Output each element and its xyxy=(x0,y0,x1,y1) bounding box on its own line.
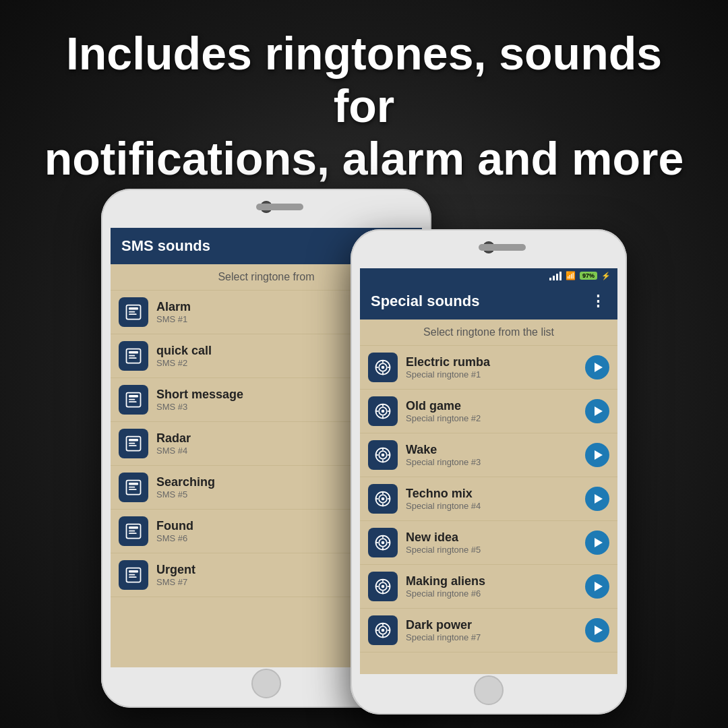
svg-rect-25 xyxy=(129,570,138,573)
svg-point-58 xyxy=(382,541,385,545)
play-button[interactable] xyxy=(585,574,609,599)
svg-point-72 xyxy=(382,629,385,632)
item-subtitle: Special ringtone #2 xyxy=(406,413,577,423)
svg-rect-19 xyxy=(129,489,137,490)
list-item[interactable]: Dark power Special ringtone #7 xyxy=(360,609,617,653)
svg-rect-21 xyxy=(129,526,138,529)
item-title: Old game xyxy=(406,399,577,413)
item-title: Electric rumba xyxy=(406,355,577,369)
item-text: Old game Special ringtone #2 xyxy=(406,399,577,423)
svg-rect-23 xyxy=(129,533,137,534)
wifi-icon: 📶 xyxy=(566,271,576,280)
menu-dots-icon[interactable]: ⋮ xyxy=(590,293,607,310)
item-title: New idea xyxy=(406,530,577,545)
right-phone-speaker xyxy=(479,244,526,251)
list-item[interactable]: Wake Special ringtone #3 xyxy=(360,433,617,477)
svg-rect-18 xyxy=(129,487,135,488)
list-item[interactable]: Electric rumba Special ringtone #1 xyxy=(360,346,617,390)
svg-rect-26 xyxy=(129,574,135,576)
item-subtitle: Special ringtone #4 xyxy=(406,501,577,511)
item-icon xyxy=(368,572,398,601)
item-text: Electric rumba Special ringtone #1 xyxy=(406,355,577,380)
item-text: Techno mix Special ringtone #4 xyxy=(406,487,577,511)
item-subtitle: Special ringtone #1 xyxy=(406,369,577,380)
svg-rect-3 xyxy=(129,313,137,315)
svg-point-65 xyxy=(382,585,385,588)
play-button[interactable] xyxy=(585,355,609,380)
play-button[interactable] xyxy=(585,530,609,555)
svg-rect-10 xyxy=(129,399,135,400)
item-title: Wake xyxy=(406,443,577,457)
item-icon xyxy=(119,473,148,502)
phones-container: SMS sounds Select ringtone from Alarm SM… xyxy=(101,155,627,715)
item-icon xyxy=(119,297,148,327)
item-subtitle: Special ringtone #6 xyxy=(406,588,577,599)
svg-rect-17 xyxy=(129,483,138,485)
item-icon xyxy=(368,440,398,470)
svg-rect-13 xyxy=(129,439,138,442)
item-subtitle: Special ringtone #5 xyxy=(406,545,577,555)
item-title: Making aliens xyxy=(406,574,577,588)
svg-point-37 xyxy=(382,410,385,413)
play-button[interactable] xyxy=(585,618,609,642)
item-icon xyxy=(368,615,398,645)
svg-rect-9 xyxy=(129,395,138,398)
item-icon xyxy=(119,341,148,371)
list-item[interactable]: Techno mix Special ringtone #4 xyxy=(360,477,617,521)
list-item[interactable]: Old game Special ringtone #2 xyxy=(360,390,617,433)
item-icon xyxy=(119,385,148,415)
item-icon xyxy=(368,396,398,426)
battery-indicator: 97% xyxy=(580,272,597,280)
play-button[interactable] xyxy=(585,399,609,423)
special-app-title: Special sounds xyxy=(371,293,479,310)
svg-rect-15 xyxy=(129,445,137,446)
svg-rect-1 xyxy=(129,307,138,310)
svg-rect-11 xyxy=(129,401,137,402)
svg-rect-2 xyxy=(129,311,135,313)
item-text: Wake Special ringtone #3 xyxy=(406,443,577,467)
item-subtitle: Special ringtone #7 xyxy=(406,632,577,642)
left-phone-home-button[interactable] xyxy=(251,669,281,698)
item-icon xyxy=(368,484,398,514)
svg-point-30 xyxy=(382,366,385,369)
svg-rect-6 xyxy=(129,355,135,357)
item-text: New idea Special ringtone #5 xyxy=(406,530,577,555)
svg-point-44 xyxy=(382,454,385,457)
right-phone-screen: 📶 97% ⚡ Special sounds ⋮ Select ringtone… xyxy=(360,268,617,674)
item-title: Techno mix xyxy=(406,487,577,501)
signal-bars-icon xyxy=(549,271,562,280)
svg-rect-14 xyxy=(129,443,135,444)
item-subtitle: Special ringtone #3 xyxy=(406,457,577,467)
item-icon xyxy=(119,429,148,458)
item-icon xyxy=(119,516,148,546)
special-app-header: Special sounds ⋮ xyxy=(360,283,617,320)
left-phone-speaker xyxy=(256,204,303,210)
sms-app-title: SMS sounds xyxy=(121,237,210,255)
right-phone-home-button[interactable] xyxy=(474,675,504,705)
play-button[interactable] xyxy=(585,443,609,467)
phone-right: 📶 97% ⚡ Special sounds ⋮ Select ringtone… xyxy=(351,229,627,715)
item-icon xyxy=(368,353,398,382)
item-icon xyxy=(119,560,148,590)
item-icon xyxy=(368,528,398,557)
play-button[interactable] xyxy=(585,487,609,511)
item-text: Making aliens Special ringtone #6 xyxy=(406,574,577,599)
list-item[interactable]: New idea Special ringtone #5 xyxy=(360,521,617,565)
list-item[interactable]: Making aliens Special ringtone #6 xyxy=(360,565,617,609)
svg-rect-27 xyxy=(129,576,137,578)
status-bar: 📶 97% ⚡ xyxy=(360,268,617,283)
special-list: Electric rumba Special ringtone #1 Old g… xyxy=(360,346,617,653)
svg-rect-5 xyxy=(129,351,138,354)
item-title: Dark power xyxy=(406,618,577,632)
item-text: Dark power Special ringtone #7 xyxy=(406,618,577,642)
svg-rect-7 xyxy=(129,357,137,359)
special-sub-header: Select ringtone from the list xyxy=(360,320,617,346)
svg-rect-22 xyxy=(129,530,135,532)
lightning-icon: ⚡ xyxy=(601,272,611,280)
svg-point-51 xyxy=(382,497,385,501)
